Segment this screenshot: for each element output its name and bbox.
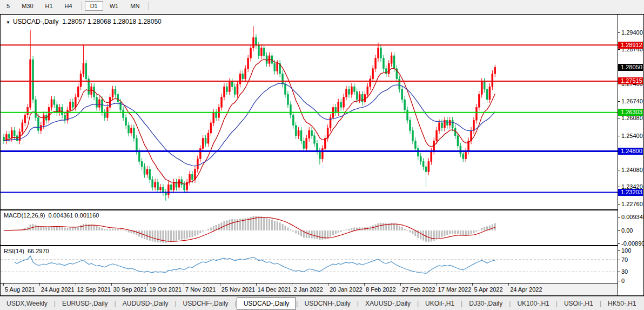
macd-panel[interactable]: MACD(12,26,9)0.004361 0.001160 [1, 210, 618, 245]
date-label: 12 Sep 2021 [77, 286, 111, 293]
date-label: 24 Aug 2021 [41, 286, 75, 293]
axis-tick [618, 243, 620, 244]
macd-tick-label: -0.008902 [621, 240, 644, 247]
date-label: 8 Feb 2022 [366, 286, 396, 293]
timeframe-button-mn[interactable]: MN [125, 1, 145, 11]
tab-usdchf-daily[interactable]: USDCHF-,Daily [177, 298, 235, 309]
symbol-tabbar: USDX,Weekly|EURUSD-,Daily|AUDUSD-,Daily|… [0, 296, 644, 310]
timeframe-toolbar: 5M30H1H4D1W1MN [0, 0, 644, 12]
date-label: 2 Jan 2022 [293, 286, 323, 293]
date-tick [364, 283, 365, 286]
axis-tick [618, 136, 620, 136]
price-tick-label: 1.29400 [621, 29, 643, 36]
macd-tick-label: 0.00 [621, 227, 633, 234]
timeframe-button-w1[interactable]: W1 [104, 1, 124, 11]
plot-column: ▼USDCAD-,Daily 1.28057 1.28068 1.28018 1… [1, 15, 618, 295]
date-label: 5 Aug 2021 [5, 286, 35, 293]
date-tick [184, 283, 184, 286]
axis-tick [618, 118, 620, 118]
rsi-tick-label: 100 [621, 247, 631, 254]
date-tick [111, 283, 112, 286]
price-chart-canvas[interactable] [1, 15, 618, 209]
price-badge: 1.24800 [618, 148, 643, 155]
macd-label: MACD(12,26,9)0.004361 0.001160 [4, 212, 99, 219]
date-tick [3, 283, 4, 286]
tab-usdcad-daily[interactable]: USDCAD-,Daily [237, 298, 297, 309]
axis-tick [618, 272, 620, 272]
date-tick [39, 283, 40, 286]
chart-symbol-label: USDCAD-,Daily [13, 18, 59, 25]
axis-tick [618, 250, 620, 251]
axis-tick [618, 32, 620, 33]
tab-xauusd-daily[interactable]: XAUUSD-,Daily [359, 298, 417, 309]
rsi-tick-label: 70 [621, 256, 628, 263]
date-tick [400, 283, 401, 286]
axis-tick [618, 170, 620, 170]
chart-window: ▼USDCAD-,Daily 1.28057 1.28068 1.28018 1… [0, 14, 644, 296]
price-badge: 1.28050 [618, 64, 643, 71]
tab-dj30-daily[interactable]: DJ30-,Daily [462, 298, 509, 309]
price-tick-label: 1.25400 [621, 133, 643, 139]
date-label: 20 Jan 2022 [330, 286, 363, 293]
tab-ukoil-h1[interactable]: UKOil-,H1 [419, 298, 461, 309]
timeframe-button-5[interactable]: 5 [1, 1, 15, 11]
date-label: 14 Dec 2021 [258, 286, 291, 293]
date-label: 17 Mar 2022 [438, 286, 472, 293]
date-tick [292, 283, 292, 286]
tab-usdcnh-daily[interactable]: USDCNH-,Daily [298, 298, 357, 309]
macd-tick-label: 0.009345 [621, 214, 644, 220]
price-badge: 1.26303 [618, 109, 643, 116]
date-label: 5 Apr 2022 [474, 286, 502, 293]
date-tick [220, 283, 220, 286]
chart-title: ▼USDCAD-,Daily 1.28057 1.28068 1.28018 1… [6, 18, 162, 25]
rsi-tick-label: 30 [621, 268, 628, 275]
price-tick-label: 1.26740 [621, 98, 643, 104]
rsi-label: RSI(14)66.2970 [4, 248, 49, 254]
axis-tick [618, 230, 620, 231]
tab-hk50-h1[interactable]: HK50-,H1 [601, 298, 643, 309]
axis-tick [618, 49, 620, 50]
date-tick [472, 283, 473, 286]
axis-tick [618, 101, 620, 102]
axis-tick [618, 281, 620, 281]
timeframe-button-h4[interactable]: H4 [59, 1, 78, 11]
date-tick [147, 283, 148, 286]
timeframe-button-m30[interactable]: M30 [16, 1, 38, 11]
date-tick [508, 283, 509, 286]
axis-tick [618, 187, 620, 187]
axis-tick [618, 217, 620, 217]
date-label: 7 Nov 2021 [185, 286, 216, 293]
rsi-panel[interactable]: RSI(14)66.2970 [1, 246, 618, 283]
date-tick [76, 283, 76, 286]
tab-eurusd-daily[interactable]: EURUSD-,Daily [56, 298, 115, 309]
timeframe-button-h1[interactable]: H1 [40, 1, 58, 11]
price-panel[interactable]: ▼USDCAD-,Daily 1.28057 1.28068 1.28018 1… [1, 15, 618, 209]
price-badge: 1.28912 [618, 42, 643, 49]
date-tick [437, 283, 437, 286]
date-label: 25 Nov 2021 [222, 286, 255, 293]
price-badge: 1.27515 [618, 77, 643, 84]
price-tick-label: 1.22760 [621, 201, 643, 207]
price-axis[interactable]: 1.294001.287401.274001.267401.260801.254… [618, 15, 643, 295]
tab-uk100-h1[interactable]: UK100-,H1 [511, 298, 555, 309]
timeframe-button-d1[interactable]: D1 [85, 1, 103, 11]
chart-dropdown-icon[interactable]: ▼ [6, 20, 10, 25]
date-label: 30 Sep 2021 [113, 286, 146, 293]
tab-audusd-daily[interactable]: AUDUSD-,Daily [116, 298, 175, 309]
axis-tick [618, 204, 620, 205]
date-tick [328, 283, 328, 286]
date-axis[interactable]: 5 Aug 202124 Aug 202112 Sep 202130 Sep 2… [1, 283, 618, 295]
price-badge: 1.23203 [618, 189, 643, 196]
date-label: 27 Feb 2022 [402, 286, 435, 293]
rsi-tick-label: 0 [621, 278, 625, 284]
date-tick [256, 283, 257, 286]
date-label: 24 Apr 2022 [510, 286, 542, 293]
rsi-chart-canvas[interactable] [1, 246, 618, 283]
date-label: 19 Oct 2021 [149, 286, 182, 293]
price-tick-label: 1.24080 [621, 167, 643, 173]
chart-ohlc-label: 1.28057 1.28068 1.28018 1.28050 [62, 18, 162, 25]
axis-tick [618, 260, 620, 260]
tab-usdx-weekly[interactable]: USDX,Weekly [0, 298, 54, 309]
tab-usoil-h1[interactable]: USOil-,H1 [558, 298, 600, 309]
